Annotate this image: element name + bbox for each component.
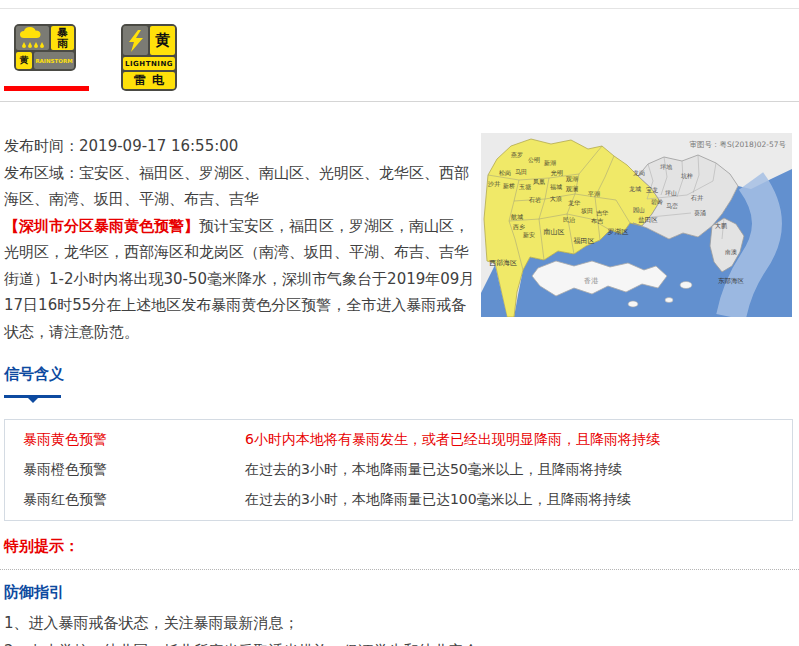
warning-area-map: 审图号：粤S(2018)02-57号 燕罗公明新湖松岗马田光明沙井新桥玉塘凤凰福… [481,133,792,345]
bulletin-content: 发布时间：2019-09-17 16:55:00 发布区域：宝安区、福田区、罗湖… [0,102,799,345]
map-approval-number: 审图号：粤S(2018)02-57号 [690,140,787,149]
map-label: 石岩 [528,196,541,204]
publish-area-label: 发布区域： [4,164,79,182]
map-label: 新桥 [503,182,515,189]
map-label: 观湖 [565,175,578,183]
signal-heading-underline [4,395,61,398]
signal-desc: 6小时内本地将有暴雨发生，或者已经出现明显降雨，且降雨将持续 [245,431,792,449]
map-label: 燕罗 [511,151,523,158]
signal-name: 暴雨橙色预警 [5,461,245,479]
list-item: 1、进入暴雨戒备状态，关注暴雨最新消息； [4,609,793,637]
map-label: 南澳 [725,248,737,256]
lightning-yellow-warning-badge[interactable]: 黄 LIGHTNING 雷电 [121,24,177,91]
signal-name: 暴雨黄色预警 [5,431,245,449]
rainstorm-name-cn-text: 暴雨 [57,27,69,49]
signal-meaning-section: 信号含义 暴雨黄色预警 6小时内本地将有暴雨发生，或者已经出现明显降雨，且降雨将… [4,365,793,521]
shenzhen-district-map: 审图号：粤S(2018)02-57号 燕罗公明新湖松岗马田光明沙井新桥玉塘凤凰福… [481,133,792,317]
map-label: 龙城 [629,185,641,192]
rainstorm-name-cn: 暴雨 [51,26,74,50]
signal-desc: 在过去的3小时，本地降雨量已达50毫米以上，且降雨将持续 [245,461,792,479]
dotted-divider [0,569,799,570]
publish-time-value: 2019-09-17 16:55:00 [79,137,238,155]
publish-time-label: 发布时间： [4,137,79,155]
warning-badges-row: 暴雨 黄 RAINSTORM 黄 LIGHTNING 雷电 [0,9,799,101]
lightning-bolt-icon [123,26,148,55]
rainstorm-warning-tab[interactable]: 暴雨 黄 RAINSTORM [14,24,76,71]
table-row: 暴雨黄色预警 6小时内本地将有暴雨发生，或者已经出现明显降雨，且降雨将持续 [5,425,792,455]
rainstorm-level-cn: 黄 [16,52,32,69]
list-item: 2、中小学校、幼儿园、托儿所应当采取适当措施，保证学生和幼儿安全； [4,637,793,646]
map-label: 观澜 [565,185,578,193]
publish-area-line: 发布区域：宝安区、福田区、罗湖区、南山区、光明区、龙华区、西部海区、南湾、坂田、… [4,160,478,213]
defense-guide-title: 防御指引 [4,583,799,602]
map-label: 坂田 [580,207,593,215]
map-label: 宝龙 [646,186,658,193]
map-label: 大鹏 [715,222,727,229]
bulletin-title: 【深圳市分区暴雨黄色预警】 [4,217,199,235]
map-label: 西乡 [513,223,525,231]
map-label: 马田 [515,168,527,176]
map-label: 光明 [550,169,563,177]
map-label: 公明 [528,156,540,163]
map-label: 龙岗 [633,169,645,177]
rainstorm-name-en: RAINSTORM [34,52,74,69]
rain-cloud-icon [16,26,49,50]
map-label: 龙华 [568,199,581,206]
lightning-level-cn: 黄 [150,26,175,55]
map-label: 马峦 [666,202,678,209]
map-label: 园山 [633,206,645,214]
bulletin-text-column: 发布时间：2019-09-17 16:55:00 发布区域：宝安区、福田区、罗湖… [4,133,478,345]
table-row: 暴雨红色预警 在过去的3小时，本地降雨量已达100毫米以上，且降雨将持续 [5,485,792,515]
rainstorm-yellow-warning-badge[interactable]: 暴雨 黄 RAINSTORM [14,24,76,71]
warning-bulletin-page: 暴雨 黄 RAINSTORM 黄 LIGHTNING 雷电 [0,0,799,646]
map-label: 东部海区 [718,277,745,285]
map-label: 坪山 [665,189,677,196]
map-label: 新安 [523,231,535,238]
map-label: 民治 [563,216,575,224]
map-label: 新湖 [544,159,556,166]
map-label: 凤凰 [533,178,545,185]
lightning-name-cn: 雷电 [123,72,175,89]
signal-desc: 在过去的3小时，本地降雨量已达100毫米以上，且降雨将持续 [245,491,792,509]
signal-table: 暴雨黄色预警 6小时内本地将有暴雨发生，或者已经出现明显降雨，且降雨将持续 暴雨… [4,419,793,521]
map-label: 平湖 [588,190,600,197]
active-tab-indicator [4,86,89,91]
map-label: 航城 [511,213,523,221]
bulletin-body: 预计宝安区，福田区，罗湖区，南山区，光明区，龙华区，西部海区和龙岗区（南湾、坂田… [4,217,474,341]
bulletin-paragraph: 【深圳市分区暴雨黄色预警】预计宝安区，福田区，罗湖区，南山区，光明区，龙华区，西… [4,213,478,346]
map-label: 吉华 [596,209,609,217]
map-label: 南山区 [544,228,565,236]
map-label: 福城 [550,183,562,191]
map-label: 葵涌 [694,209,706,216]
signal-name: 暴雨红色预警 [5,491,245,509]
map-label: 松岗 [499,169,511,177]
map-label: 大浪 [550,195,562,202]
map-label: 布吉 [591,217,604,225]
map-label: 盐田区 [638,216,658,224]
special-notice-title: 特别提示： [4,537,799,556]
map-label: 碧岭 [651,198,663,206]
signal-section-title: 信号含义 [4,365,793,384]
lightning-name-en: LIGHTNING [123,57,175,70]
defense-guide-list: 1、进入暴雨戒备状态，关注暴雨最新消息； 2、中小学校、幼儿园、托儿所应当采取适… [4,609,793,646]
map-label: 罗湖区 [608,228,629,236]
map-label: 香港 [584,277,599,285]
map-label: 福田区 [574,237,595,245]
map-label: 玉塘 [519,183,531,191]
map-label: 石井 [690,194,704,202]
map-label: 坪地 [660,163,673,170]
map-label: 坑梓 [680,172,693,180]
map-label: 西部海区 [489,259,517,267]
publish-time-line: 发布时间：2019-09-17 16:55:00 [4,133,478,160]
map-label: 沙井 [487,180,501,187]
table-row: 暴雨橙色预警 在过去的3小时，本地降雨量已达50毫米以上，且降雨将持续 [5,455,792,485]
